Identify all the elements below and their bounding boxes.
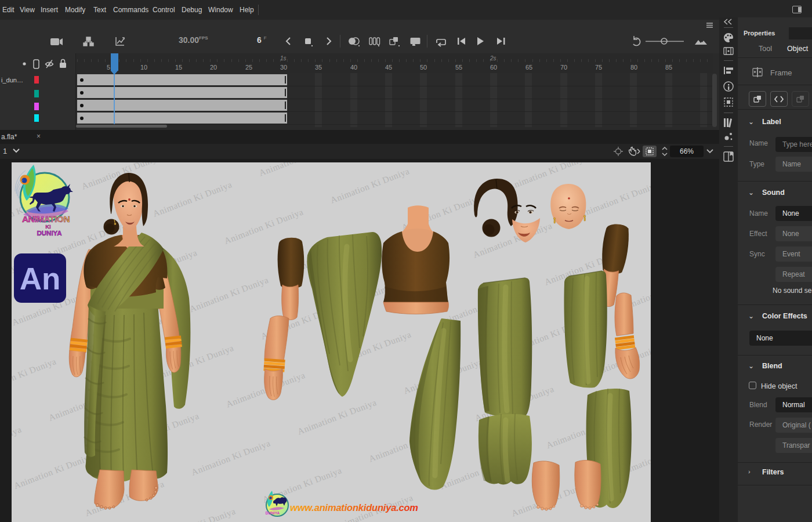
svg-text:Animation Ki Duniya: Animation Ki Duniya bbox=[296, 397, 378, 437]
svg-text:Animation Ki Duniya: Animation Ki Duniya bbox=[190, 438, 271, 477]
svg-text:Animation Ki Duniya: Animation Ki Duniya bbox=[12, 451, 94, 491]
svg-text:ANIMATION: ANIMATION bbox=[22, 214, 70, 224]
svg-text:www.animationkiduniya.com: www.animationkiduniya.com bbox=[290, 502, 418, 513]
svg-text:DUNIYA: DUNIYA bbox=[37, 230, 61, 237]
svg-text:Animation Ki Duniya: Animation Ki Duniya bbox=[329, 166, 411, 205]
svg-text:Animation Ki Duniya: Animation Ki Duniya bbox=[258, 162, 339, 178]
svg-text:An: An bbox=[20, 262, 61, 296]
svg-text:Animation Ki Duniya: Animation Ki Duniya bbox=[12, 356, 57, 396]
svg-text:Animation Ki Duniya: Animation Ki Duniya bbox=[153, 343, 235, 382]
svg-text:Animation Ki Duniya: Animation Ki Duniya bbox=[435, 162, 517, 164]
svg-text:Animation Ki Duniya: Animation Ki Duniya bbox=[12, 424, 23, 463]
svg-text:Animation Ki Duniya: Animation Ki Duniya bbox=[12, 520, 59, 522]
svg-text:Animation Ki Duniya: Animation Ki Duniya bbox=[155, 506, 237, 522]
svg-text:Animation Ki Duniya: Animation Ki Duniya bbox=[151, 179, 233, 219]
svg-text:Animation Ki Duniya: Animation Ki Duniya bbox=[188, 274, 270, 314]
svg-text:Animation Ki Duniya: Animation Ki Duniya bbox=[649, 207, 651, 246]
svg-text:Animation Ki Duniya: Animation Ki Duniya bbox=[12, 162, 90, 164]
svg-text:KI: KI bbox=[45, 223, 51, 230]
svg-text:Animation Ki Duniya: Animation Ki Duniya bbox=[578, 180, 651, 219]
svg-text:Animation Ki Duniya: Animation Ki Duniya bbox=[404, 520, 485, 522]
svg-text:DUNIYA: DUNIYA bbox=[266, 511, 280, 515]
